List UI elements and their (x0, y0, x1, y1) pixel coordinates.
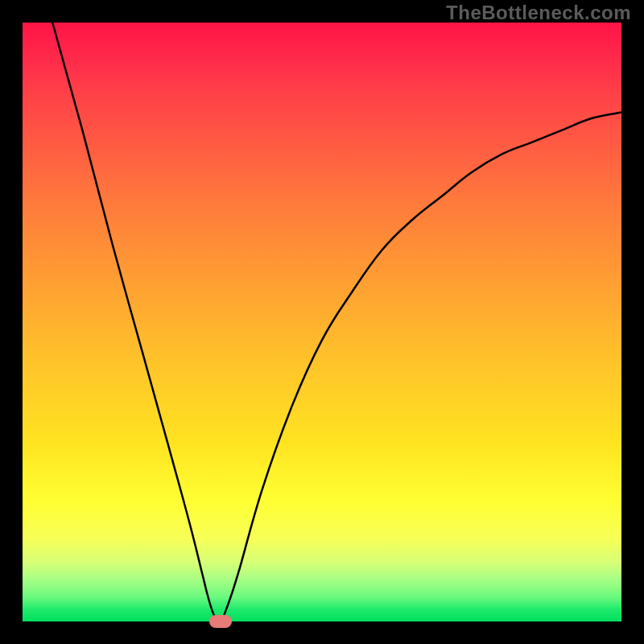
plot-area (23, 23, 621, 621)
chart-frame: TheBottleneck.com (0, 0, 644, 644)
minimum-marker (209, 615, 232, 628)
watermark-text: TheBottleneck.com (446, 2, 631, 24)
bottleneck-curve (23, 23, 621, 621)
